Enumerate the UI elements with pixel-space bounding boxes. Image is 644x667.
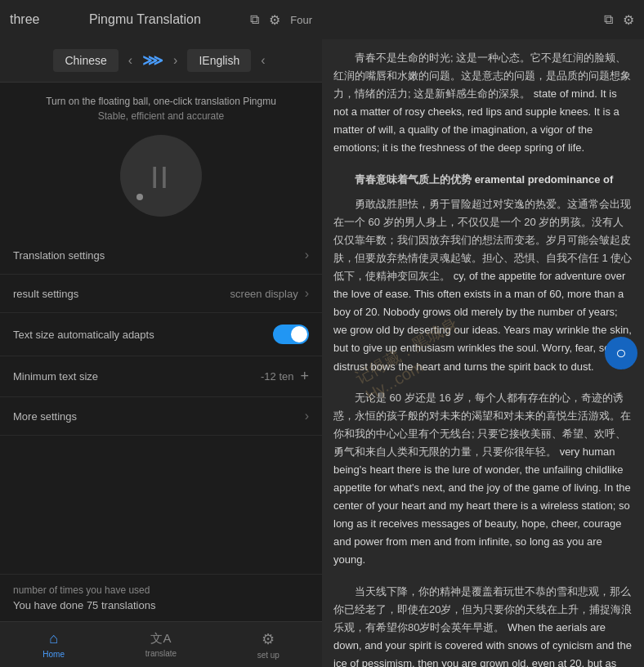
para-2-en: cy, of the appetite for adventure over t… xyxy=(333,270,632,372)
header-four-label: Four xyxy=(290,14,312,26)
source-prev-arrow[interactable]: ‹ xyxy=(125,51,136,69)
pause-icon: || xyxy=(151,163,171,189)
para-3-text: 无论是 60 岁还是 16 岁，每个人都有存在的心，奇迹的诱惑，永恒的孩子般的对… xyxy=(333,389,633,570)
right-gear-icon[interactable]: ⚙ xyxy=(623,12,634,28)
header-three-label: three xyxy=(10,12,39,27)
paragraph-4: 当天线下降，你的精神是覆盖着玩世不恭的雪和悲观，那么你已经老了，即使在20岁，但… xyxy=(333,583,633,667)
para-2-body: 勇敢战胜胆怯，勇于冒险超过对安逸的热爱。这通常会出现在一个 60 岁的男人身上，… xyxy=(333,195,633,376)
text-size-adapt-item[interactable]: Text size automatically adapts xyxy=(0,313,322,356)
swap-language-button[interactable]: ⋙ xyxy=(142,51,163,69)
right-content: 记得藏：黑城身Hy...com 青春不是生命的时光; 这是一种心态。它不是红润的… xyxy=(322,39,644,667)
nav-translate[interactable]: 文A translate xyxy=(107,622,214,667)
setup-icon: ⚙ xyxy=(262,630,275,648)
translate-icon: 文A xyxy=(150,631,171,647)
fab-circle-icon: ○ xyxy=(615,342,626,364)
ball-dot xyxy=(136,194,143,200)
app-title: Pingmu Translation xyxy=(89,12,201,27)
right-copy-icon[interactable]: ⧉ xyxy=(604,12,613,27)
min-text-size-label: Minimum text size xyxy=(13,370,98,383)
result-settings-item[interactable]: result settings screen display › xyxy=(0,275,322,313)
translation-settings-item[interactable]: Translation settings › xyxy=(0,236,322,275)
settings-list: Translation settings › result settings s… xyxy=(0,236,322,574)
paragraph-2: 青春意味着气质上的优势 eramental predominance of 勇敢… xyxy=(333,171,633,376)
usage-label: number of times you have used xyxy=(13,584,309,596)
min-text-size-right: -12 ten + xyxy=(261,368,309,385)
min-text-size-item[interactable]: Minimum text size -12 ten + xyxy=(0,356,322,397)
source-language[interactable]: Chinese xyxy=(53,49,118,72)
target-language[interactable]: IEnglish xyxy=(187,49,251,72)
nav-setup[interactable]: ⚙ set up xyxy=(215,622,322,667)
promo-line2: Stable, efficient and accurate xyxy=(13,110,309,122)
para-2-heading: 青春意味着气质上的优势 eramental predominance of xyxy=(333,171,633,189)
usage-section: number of times you have used You have d… xyxy=(0,574,322,621)
right-panel: ⧉ ⚙ 记得藏：黑城身Hy...com 青春不是生命的时光; 这是一种心态。它不… xyxy=(322,0,644,667)
text-size-toggle[interactable] xyxy=(273,325,309,344)
left-header: three Pingmu Translation ⧉ ⚙ Four xyxy=(0,0,322,39)
promo-line1: Turn on the floating ball, one-click tra… xyxy=(13,96,309,107)
usage-count: You have done 75 translations xyxy=(13,599,309,611)
plus-icon[interactable]: + xyxy=(300,368,309,385)
more-settings-item[interactable]: More settings › xyxy=(0,397,322,436)
translation-settings-label: Translation settings xyxy=(13,249,105,262)
min-text-size-value: -12 ten xyxy=(261,370,293,383)
right-panel-wrapper: 记得藏：黑城身Hy...com 青春不是生命的时光; 这是一种心态。它不是红润的… xyxy=(322,39,644,667)
result-settings-right: screen display › xyxy=(230,286,309,301)
right-header: ⧉ ⚙ xyxy=(322,0,644,39)
left-panel: three Pingmu Translation ⧉ ⚙ Four Chines… xyxy=(0,0,322,667)
more-settings-label: More settings xyxy=(13,410,77,423)
target-prev-arrow[interactable]: ‹ xyxy=(257,51,268,69)
result-settings-value: screen display xyxy=(230,288,298,300)
chevron-right-icon: › xyxy=(305,248,309,262)
settings-gear-icon[interactable]: ⚙ xyxy=(269,12,280,28)
bottom-nav: ⌂ Home 文A translate ⚙ set up xyxy=(0,621,322,667)
floating-ball-demo[interactable]: || xyxy=(120,135,202,217)
home-icon: ⌂ xyxy=(49,630,58,647)
translate-label: translate xyxy=(145,649,177,658)
setup-label: set up xyxy=(257,651,280,660)
para-4-text: 当天线下降，你的精神是覆盖着玩世不恭的雪和悲观，那么你已经老了，即使在20岁，但… xyxy=(333,583,633,667)
left-header-icons: ⧉ ⚙ Four xyxy=(250,12,312,28)
paragraph-1: 青春不是生命的时光; 这是一种心态。它不是红润的脸颊、红润的嘴唇和水嫩的问题。这… xyxy=(333,49,633,158)
fab-right-button[interactable]: ○ xyxy=(605,337,637,369)
chevron-right-icon2: › xyxy=(305,286,309,301)
para-2-heading-zh: 青春意味着气质上的优势 xyxy=(355,173,472,186)
copy-icon[interactable]: ⧉ xyxy=(250,12,259,27)
para-3-en: very human being's heart there is the lu… xyxy=(333,445,631,566)
paragraph-3: 无论是 60 岁还是 16 岁，每个人都有存在的心，奇迹的诱惑，永恒的孩子般的对… xyxy=(333,389,633,570)
para-1-text: 青春不是生命的时光; 这是一种心态。它不是红润的脸颊、红润的嘴唇和水嫩的问题。这… xyxy=(333,49,633,158)
nav-home[interactable]: ⌂ Home xyxy=(0,622,107,667)
source-next-arrow[interactable]: › xyxy=(170,51,181,69)
result-settings-label: result settings xyxy=(13,288,78,300)
promo-section: Turn on the floating ball, one-click tra… xyxy=(0,83,322,236)
text-size-adapt-label: Text size automatically adapts xyxy=(13,329,154,341)
para-2-heading-en: eramental predominance of xyxy=(475,173,614,186)
home-label: Home xyxy=(42,650,65,659)
chevron-right-icon3: › xyxy=(305,409,309,423)
language-selector: Chinese ‹ ⋙ › IEnglish ‹ xyxy=(0,39,322,83)
